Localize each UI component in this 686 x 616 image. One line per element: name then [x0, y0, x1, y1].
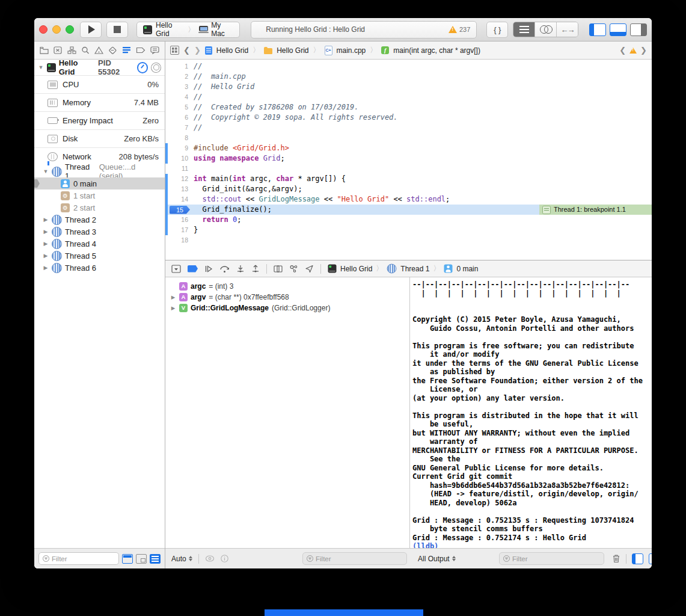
zoom-window-button[interactable]	[66, 25, 74, 34]
thread-row[interactable]: ▶Thread 5	[34, 250, 165, 262]
disclosure-triangle-icon[interactable]: ▶	[43, 241, 49, 247]
code-line[interactable]: 4//	[165, 92, 652, 102]
gauge-row-energy[interactable]: Energy ImpactZero	[34, 111, 165, 129]
disclosure-triangle-icon[interactable]: ▶	[43, 253, 49, 259]
breakpoint-navigator-icon[interactable]	[136, 46, 145, 54]
version-editor-button[interactable]: ←→	[557, 22, 578, 37]
code-line[interactable]: 10using namespace Grid;	[165, 153, 652, 164]
continue-execution-icon[interactable]	[204, 265, 213, 273]
thread-row[interactable]: ▶Thread 6	[34, 262, 165, 274]
disclosure-triangle-icon[interactable]: ▶	[170, 305, 176, 311]
braces-button[interactable]: { }	[486, 22, 508, 38]
variable-row[interactable]: Aargc = (int) 3	[165, 281, 409, 292]
code-line[interactable]: 1//	[165, 61, 652, 72]
run-button[interactable]	[80, 22, 102, 38]
breadcrumb-group[interactable]: Hello Grid	[277, 46, 308, 55]
disclosure-triangle-icon[interactable]: ▶	[43, 229, 49, 235]
variables-filter-input[interactable]: Filter	[302, 552, 407, 565]
code-line[interactable]: 18	[165, 235, 652, 245]
breadcrumb-symbol[interactable]: main(int argc, char * argv[])	[393, 46, 480, 55]
related-items-icon[interactable]	[170, 46, 179, 55]
breakpoints-toggle-icon[interactable]	[188, 265, 198, 273]
code-line[interactable]: 3// Hello Grid	[165, 82, 652, 92]
toggle-console-pane-button[interactable]	[649, 553, 652, 564]
disclosure-triangle-icon[interactable]: ▶	[43, 265, 49, 271]
debug-gauge-icon[interactable]	[137, 62, 149, 73]
step-into-icon[interactable]	[236, 265, 245, 273]
code-line[interactable]: 6// Copyright © 2019 sopa. All rights re…	[165, 112, 652, 123]
variable-row[interactable]: ▶VGrid::GridLogMessage (Grid::GridLogger…	[165, 303, 409, 313]
toggle-navigator-button[interactable]	[589, 23, 606, 36]
close-window-button[interactable]	[39, 25, 47, 34]
toggle-inspector-button[interactable]	[630, 23, 647, 36]
next-issue-button[interactable]: ❯	[640, 46, 647, 55]
gauge-row-network[interactable]: Network208 bytes/s	[34, 147, 165, 165]
console-scope-selector[interactable]: All Output	[418, 555, 456, 563]
stack-frame-row[interactable]: ⚙1 start	[34, 189, 165, 202]
stack-frame-row[interactable]: 0 main	[34, 177, 165, 189]
code-line[interactable]: 9#include <Grid/Grid.h>	[165, 143, 652, 153]
code-line[interactable]: 11	[165, 164, 652, 174]
source-editor[interactable]: 1//2// main.cpp3// Hello Grid4//5// Crea…	[165, 60, 652, 260]
breadcrumb-project[interactable]: Hello Grid	[216, 46, 248, 55]
filter-stack-frames-button[interactable]	[136, 554, 147, 564]
simulate-location-icon[interactable]	[305, 265, 314, 273]
disclosure-triangle-icon[interactable]: ▶	[170, 294, 176, 300]
process-row[interactable]: ▼ Hello Grid PID 55302	[34, 60, 165, 75]
code-line[interactable]: 15 Grid_finalize();Thread 1: breakpoint …	[165, 205, 652, 215]
code-line[interactable]: 2// main.cpp	[165, 72, 652, 82]
test-navigator-icon[interactable]	[108, 46, 117, 54]
warning-count-badge[interactable]: 237	[449, 26, 470, 33]
scheme-selector[interactable]: Hello Grid 〉 My Mac	[136, 22, 240, 38]
step-out-icon[interactable]	[251, 265, 260, 273]
standard-editor-button[interactable]	[513, 22, 535, 37]
previous-issue-button[interactable]: ❮	[619, 46, 626, 55]
breakpoint-marker[interactable]: 15	[170, 206, 190, 214]
code-line[interactable]: 5// Created by s1786208 on 17/03/2019.	[165, 102, 652, 112]
memory-rings-icon[interactable]	[151, 63, 161, 73]
code-line[interactable]: 7//	[165, 123, 652, 133]
find-navigator-icon[interactable]	[81, 46, 90, 54]
filter-flagged-threads-button[interactable]	[122, 554, 133, 564]
back-button[interactable]: ❮	[183, 46, 190, 55]
code-line[interactable]: 12int main(int argc, char * argv[]) {	[165, 174, 652, 184]
gauge-row-disk[interactable]: DiskZero KB/s	[34, 129, 165, 147]
report-navigator-icon[interactable]	[150, 46, 159, 54]
variables-view[interactable]: Aargc = (int) 3▶Aargv = (char **) 0x7ffe…	[165, 277, 410, 548]
thread-row[interactable]: ▼Thread 1 Queue:...d (serial)	[34, 165, 165, 177]
source-control-navigator-icon[interactable]	[54, 46, 62, 54]
toggle-variables-pane-button[interactable]	[632, 553, 643, 564]
code-line[interactable]: 8	[165, 133, 652, 143]
breakpoint-annotation[interactable]: Thread 1: breakpoint 1.1	[539, 205, 652, 215]
disclosure-triangle-icon[interactable]: ▼	[43, 168, 49, 174]
filter-view-mode-button[interactable]	[150, 554, 161, 564]
toggle-debug-area-button[interactable]	[610, 23, 626, 36]
code-line[interactable]: 16 return 0;	[165, 215, 652, 225]
info-icon[interactable]	[221, 555, 228, 562]
code-line[interactable]: 17}	[165, 225, 652, 235]
navigator-filter-input[interactable]: Filter	[38, 552, 119, 565]
variable-row[interactable]: ▶Aargv = (char **) 0x7ffeefbff568	[165, 292, 409, 303]
console-filter-input[interactable]: Filter	[499, 552, 604, 565]
thread-row[interactable]: ▶Thread 4	[34, 238, 165, 250]
debug-crumb-thread[interactable]: Thread 1	[400, 265, 429, 273]
debug-crumb-process[interactable]: Hello Grid	[340, 265, 372, 273]
stack-frame-row[interactable]: ⚙2 start	[34, 202, 165, 214]
gauge-row-cpu[interactable]: CPU0%	[34, 75, 165, 93]
disclosure-triangle-icon[interactable]: ▼	[38, 64, 44, 70]
step-over-icon[interactable]	[219, 265, 230, 273]
clear-console-trash-icon[interactable]	[612, 554, 620, 563]
code-line[interactable]: 13 Grid_init(&argc,&argv);	[165, 184, 652, 194]
debug-navigator-icon[interactable]	[122, 46, 131, 54]
thread-row[interactable]: ▶Thread 3	[34, 226, 165, 238]
memory-graph-icon[interactable]	[289, 265, 298, 273]
debug-crumb-frame[interactable]: 0 main	[456, 265, 478, 273]
variables-scope-selector[interactable]: Auto	[171, 555, 192, 563]
project-navigator-icon[interactable]	[40, 46, 49, 54]
disclosure-triangle-icon[interactable]: ▶	[43, 217, 49, 223]
assistant-editor-button[interactable]	[535, 22, 557, 37]
quicklook-eye-icon[interactable]	[205, 555, 215, 562]
minimize-window-button[interactable]	[52, 25, 61, 34]
issue-warning-icon[interactable]	[629, 48, 637, 54]
code-line[interactable]: 14 std::cout << GridLogMessage << "Hello…	[165, 194, 652, 205]
